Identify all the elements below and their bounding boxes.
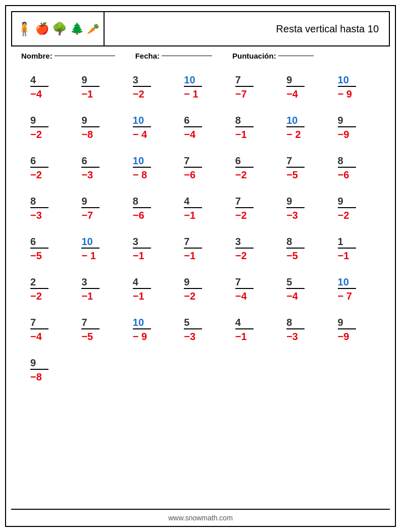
problem-cell — [226, 351, 277, 391]
problem-top: 3 — [81, 276, 87, 288]
tree-icon: 🌳 — [52, 22, 67, 36]
header: 🧍 🍎 🌳 🌲 🥕 Resta vertical hasta 10 — [11, 11, 390, 46]
problem-bottom: −2 — [30, 126, 48, 140]
info-row: Nombre: Fecha: Puntuación: — [11, 46, 390, 65]
problem-bottom: −6 — [338, 167, 356, 181]
soldier-icon: 🧍 — [16, 21, 32, 37]
problem-cell: 3−1 — [124, 229, 175, 270]
problem-bottom: −7 — [81, 207, 99, 221]
title-text: Resta vertical hasta 10 — [276, 23, 379, 35]
problems-grid: 4−49−13−210− 17−79−410− 99−29−810− 46−48… — [21, 68, 380, 391]
problem-cell — [175, 351, 226, 391]
problem-top: 5 — [184, 316, 189, 328]
problems-area: 4−49−13−210− 17−79−410− 99−29−810− 46−48… — [11, 65, 390, 509]
problem-cell: 10− 1 — [175, 68, 226, 108]
problem-bottom: −5 — [286, 248, 305, 262]
puntuacion-line — [278, 56, 314, 56]
problem-cell: 10− 7 — [329, 270, 380, 310]
problem-cell: 4−1 — [124, 270, 175, 310]
problem-bottom: −2 — [235, 207, 254, 221]
problem-top: 10 — [338, 74, 349, 86]
problem-cell: 10− 8 — [124, 149, 175, 189]
problem-top: 5 — [286, 276, 292, 288]
fecha-line — [162, 56, 212, 56]
problem-top: 9 — [286, 195, 292, 207]
problem-top: 10 — [133, 155, 144, 167]
problem-bottom: −4 — [184, 126, 202, 140]
problem-top: 7 — [235, 74, 241, 86]
problem-cell: 9−4 — [277, 68, 328, 108]
problem-top: 9 — [338, 114, 343, 126]
nombre-label: Nombre: — [21, 52, 53, 60]
problem-bottom: −3 — [286, 328, 305, 343]
problem-bottom: −1 — [184, 207, 202, 221]
problem-cell: 7−7 — [226, 68, 277, 108]
problem-cell: 4−1 — [226, 310, 277, 351]
problem-top: 10 — [286, 114, 297, 126]
apple-icon: 🍎 — [35, 22, 49, 35]
problem-bottom: −5 — [81, 328, 99, 343]
problem-bottom: −3 — [184, 328, 202, 343]
problem-top: 9 — [81, 74, 87, 86]
problem-bottom: −8 — [30, 369, 48, 383]
puntuacion-label: Puntuación: — [232, 52, 276, 60]
problem-cell: 10− 9 — [124, 310, 175, 351]
problem-bottom: −1 — [133, 288, 151, 302]
problem-cell: 3−2 — [124, 68, 175, 108]
problem-bottom: −5 — [286, 167, 305, 181]
problem-bottom: −1 — [235, 328, 254, 343]
problem-bottom: −4 — [30, 86, 48, 100]
problem-cell: 4−1 — [175, 189, 226, 229]
problem-cell: 6−4 — [175, 108, 226, 149]
problem-top: 8 — [235, 114, 241, 126]
problem-cell: 9−9 — [329, 108, 380, 149]
footer-url: www.snowmath.com — [168, 514, 233, 522]
problem-cell: 3−2 — [226, 229, 277, 270]
problem-bottom: −1 — [81, 86, 99, 100]
problem-top: 3 — [133, 74, 138, 86]
problem-cell: 8−6 — [124, 189, 175, 229]
problem-cell: 8−3 — [21, 189, 72, 229]
problem-cell — [329, 351, 380, 391]
problem-bottom: −6 — [184, 167, 202, 181]
problem-top: 7 — [184, 155, 189, 167]
problem-cell: 9−8 — [72, 108, 123, 149]
problem-top: 6 — [184, 114, 189, 126]
problem-bottom: −2 — [30, 167, 48, 181]
problem-cell: 10− 1 — [72, 229, 123, 270]
problem-top: 7 — [235, 276, 241, 288]
problem-top: 8 — [338, 155, 343, 167]
problem-top: 9 — [338, 195, 343, 207]
problem-top: 8 — [30, 195, 36, 207]
problem-bottom: −3 — [81, 167, 99, 181]
problem-bottom: −3 — [286, 207, 305, 221]
problem-top: 1 — [338, 235, 343, 248]
problem-cell: 1−1 — [329, 229, 380, 270]
problem-top: 3 — [133, 235, 138, 248]
problem-top: 6 — [81, 155, 87, 167]
problem-cell: 8−6 — [329, 149, 380, 189]
problem-cell: 10− 9 — [329, 68, 380, 108]
problem-top: 6 — [30, 235, 36, 248]
problem-cell: 2−2 — [21, 270, 72, 310]
carrot-icon: 🥕 — [87, 23, 99, 35]
problem-cell: 7−5 — [72, 310, 123, 351]
problem-top: 3 — [235, 235, 241, 248]
problem-cell — [124, 351, 175, 391]
problem-cell: 8−5 — [277, 229, 328, 270]
problem-top: 9 — [81, 195, 87, 207]
problem-top: 10 — [338, 276, 349, 288]
page-title: Resta vertical hasta 10 — [105, 12, 389, 45]
problem-top: 10 — [133, 114, 144, 126]
problem-bottom: −1 — [133, 248, 151, 262]
problem-top: 4 — [133, 276, 138, 288]
problem-cell: 9−3 — [277, 189, 328, 229]
problem-bottom: − 4 — [133, 126, 151, 140]
problem-bottom: −2 — [30, 288, 48, 302]
problem-top: 10 — [184, 74, 195, 86]
problem-cell: 9−9 — [329, 310, 380, 351]
problem-bottom: − 2 — [286, 126, 305, 140]
problem-cell — [277, 351, 328, 391]
problem-bottom: −9 — [338, 126, 356, 140]
problem-bottom: −4 — [235, 288, 254, 302]
